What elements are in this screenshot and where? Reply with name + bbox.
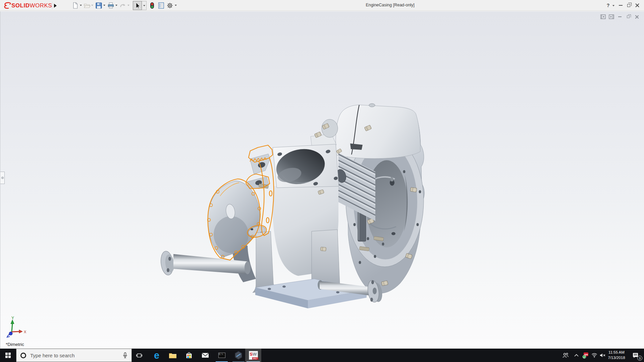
store-icon: [186, 352, 192, 359]
close-icon: [635, 3, 639, 7]
microphone-icon[interactable]: [123, 352, 127, 358]
tray-people-button[interactable]: [561, 349, 570, 362]
brand-text-bold: SOLID: [11, 2, 30, 9]
dock-pane-right-button[interactable]: [609, 14, 614, 19]
title-bar: SOLIDWORKS: [0, 0, 644, 11]
tray-clock[interactable]: 11:55 AM 7/13/2018: [606, 349, 627, 362]
cortana-icon: [20, 353, 26, 358]
solidworks-logo: SOLIDWORKS: [3, 1, 52, 10]
restore-document-button[interactable]: [626, 14, 631, 19]
task-view-button[interactable]: [131, 349, 147, 362]
flyout-arrow-icon: [54, 4, 57, 8]
help-dropdown[interactable]: [612, 5, 614, 6]
restore-button[interactable]: [625, 2, 632, 9]
select-tool-dropdown[interactable]: [142, 1, 147, 10]
taskbar-search[interactable]: [16, 349, 132, 362]
print-button[interactable]: [107, 2, 114, 9]
action-center-button[interactable]: 3: [628, 349, 643, 362]
chevron-down-icon: [143, 5, 145, 6]
feature-manager-collapsed-tab[interactable]: [0, 172, 5, 184]
graphics-area[interactable]: Y X: [0, 11, 644, 349]
engine-casing-model[interactable]: Y X: [0, 11, 644, 349]
chevron-up-icon: [574, 354, 579, 357]
minimize-icon: [618, 16, 622, 17]
top-cover[interactable]: [336, 104, 420, 159]
restore-icon: [627, 15, 630, 18]
help-button[interactable]: ?: [605, 2, 611, 9]
tray-show-hidden-icons-button[interactable]: [572, 349, 580, 362]
taskbar-edge-button[interactable]: e: [149, 349, 165, 362]
new-document-button[interactable]: [72, 2, 79, 9]
search-input[interactable]: [30, 353, 123, 358]
clock-date: 7/13/2018: [608, 355, 625, 361]
volume-muted-icon: [600, 353, 606, 358]
taskbar-solidworks-button[interactable]: SW 2017: [245, 349, 261, 362]
document-window-controls: [600, 14, 639, 19]
tray-solidworks-button[interactable]: sw: [581, 349, 590, 362]
file-explorer-icon: [169, 352, 177, 359]
document-title: EngineCasing [Read-only]: [366, 3, 414, 7]
taskbar-command-prompt-button[interactable]: C:\: [214, 349, 230, 362]
taskbar-file-explorer-button[interactable]: [165, 349, 181, 362]
minimize-icon: [619, 5, 623, 6]
new-document-dropdown[interactable]: [80, 5, 82, 6]
open-dropdown: [91, 5, 93, 6]
file-properties-button[interactable]: [158, 2, 165, 9]
taskbar-store-button[interactable]: [181, 349, 197, 362]
restore-icon: [627, 4, 630, 7]
people-icon: [562, 353, 569, 358]
clock-time: 11:55 AM: [608, 350, 625, 355]
pedestal-stud: [320, 247, 326, 251]
save-button[interactable]: [95, 2, 102, 9]
pane-handle-icon: [1, 177, 4, 179]
dock-pane-right-icon: [609, 14, 614, 19]
view-orientation-label: *Dimetric: [6, 342, 24, 347]
undo-dropdown: [127, 5, 129, 6]
taskbar-mail-button[interactable]: [197, 349, 213, 362]
rebuild-button[interactable]: [149, 2, 156, 9]
solidworks-tray-icon: sw: [582, 352, 589, 359]
toolbar-flyout-button[interactable]: [52, 2, 58, 9]
select-tool-button[interactable]: [133, 1, 142, 10]
cursor-icon: [133, 1, 142, 10]
solidworks-window: SOLIDWORKS: [0, 0, 644, 362]
triad-y-label: Y: [11, 316, 14, 320]
brand-text-light: WORKS: [30, 2, 52, 9]
triad-x-label: X: [24, 330, 26, 334]
solidworks-swirl-icon: [3, 2, 11, 10]
print-dropdown[interactable]: [115, 5, 117, 6]
notification-badge: 3: [637, 356, 642, 361]
windows-logo-icon: [5, 353, 11, 358]
tray-network-button[interactable]: [590, 349, 599, 362]
mail-icon: [202, 353, 209, 358]
taskbar-hexagon-app-button[interactable]: [230, 349, 247, 362]
command-prompt-icon: C:\: [218, 353, 225, 358]
windows-taskbar: e C:\: [0, 349, 644, 362]
task-view-icon: [136, 353, 142, 358]
close-button[interactable]: [634, 2, 641, 9]
dock-pane-left-button[interactable]: [600, 14, 606, 19]
orientation-triad: Y X: [7, 316, 26, 337]
options-gear-button[interactable]: [166, 2, 173, 9]
minimize-button[interactable]: [617, 2, 624, 9]
edge-icon: e: [154, 351, 159, 360]
wifi-icon: [591, 353, 597, 358]
undo-button: [119, 2, 126, 9]
dock-pane-left-icon: [600, 14, 606, 19]
options-dropdown[interactable]: [175, 5, 177, 6]
hexagon-app-icon: [234, 351, 243, 360]
save-dropdown[interactable]: [103, 5, 105, 6]
start-button[interactable]: [0, 349, 16, 362]
solidworks-app-icon: SW 2017: [249, 351, 258, 360]
close-icon: [635, 15, 639, 19]
minimize-document-button[interactable]: [617, 14, 623, 19]
close-document-button[interactable]: [634, 14, 639, 19]
open-button[interactable]: [84, 2, 91, 9]
